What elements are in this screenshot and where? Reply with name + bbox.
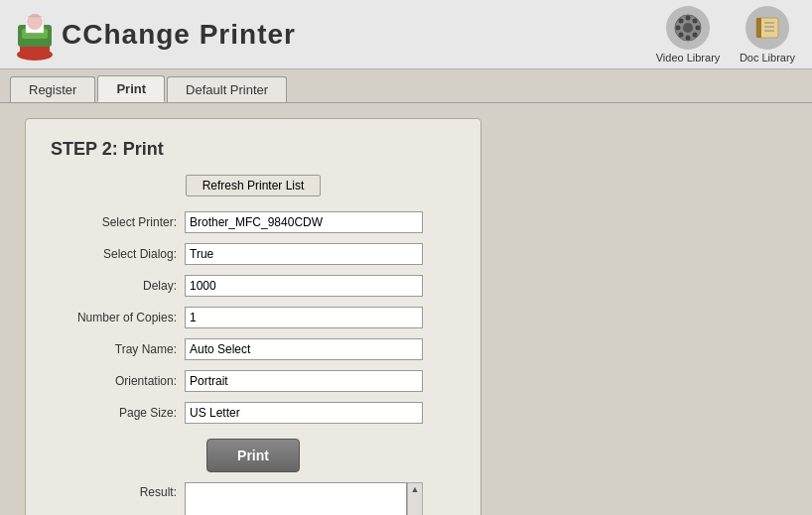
- header: CChange Printer Video Libra: [0, 0, 812, 69]
- logo-area: CChange Printer: [10, 7, 653, 62]
- result-textarea[interactable]: [185, 482, 407, 515]
- select-dialog-label: Select Dialog:: [51, 247, 185, 261]
- select-printer-input[interactable]: [185, 211, 423, 233]
- print-button[interactable]: Print: [206, 439, 300, 472]
- step-title: STEP 2: Print: [51, 139, 456, 160]
- svg-point-15: [679, 32, 684, 37]
- svg-point-8: [686, 15, 691, 20]
- select-printer-label: Select Printer:: [51, 215, 185, 229]
- form-panel: STEP 2: Print Refresh Printer List Selec…: [25, 118, 481, 515]
- tray-input[interactable]: [185, 338, 423, 360]
- tray-row: Tray Name:: [51, 338, 456, 360]
- main-content: STEP 2: Print Refresh Printer List Selec…: [0, 103, 812, 515]
- tab-register[interactable]: Register: [10, 76, 95, 102]
- doc-library-icon: [745, 6, 789, 50]
- logo-icon: [10, 7, 60, 62]
- print-btn-row: Print: [51, 439, 456, 472]
- copies-input[interactable]: [185, 307, 423, 328]
- svg-point-12: [679, 18, 684, 23]
- svg-point-10: [676, 25, 681, 30]
- video-library-button[interactable]: Video Library: [653, 6, 723, 64]
- result-label: Result:: [51, 482, 185, 499]
- select-printer-row: Select Printer:: [51, 211, 456, 233]
- tray-label: Tray Name:: [51, 342, 185, 356]
- orientation-row: Orientation:: [51, 370, 456, 392]
- tab-print[interactable]: Print: [97, 75, 165, 102]
- app-title: CChange Printer: [62, 19, 296, 51]
- delay-input[interactable]: [185, 275, 423, 297]
- doc-library-button[interactable]: Doc Library: [733, 6, 802, 64]
- orientation-input[interactable]: [185, 370, 423, 392]
- app-title-text: Change Printer: [82, 19, 296, 50]
- svg-rect-17: [756, 18, 761, 38]
- video-library-label: Video Library: [656, 52, 721, 64]
- svg-point-9: [686, 35, 691, 40]
- svg-point-11: [696, 25, 701, 30]
- svg-point-14: [693, 18, 698, 23]
- orientation-label: Orientation:: [51, 374, 185, 388]
- refresh-row: Refresh Printer List: [51, 175, 456, 196]
- navbar: Register Print Default Printer: [0, 69, 812, 103]
- page-size-label: Page Size:: [51, 406, 185, 420]
- svg-point-5: [27, 14, 43, 30]
- page-size-input[interactable]: [185, 402, 423, 424]
- result-textarea-wrap: ▲ ▼: [185, 482, 423, 515]
- svg-point-7: [683, 23, 693, 33]
- delay-row: Delay:: [51, 275, 456, 297]
- doc-library-label: Doc Library: [740, 52, 795, 64]
- select-dialog-input[interactable]: [185, 243, 423, 265]
- result-scrollbar[interactable]: ▲ ▼: [407, 482, 423, 515]
- refresh-printer-list-button[interactable]: Refresh Printer List: [186, 175, 322, 196]
- copies-label: Number of Copies:: [51, 311, 185, 324]
- header-icons: Video Library Doc Library: [653, 6, 802, 64]
- svg-point-13: [693, 32, 698, 37]
- select-dialog-row: Select Dialog:: [51, 243, 456, 265]
- video-library-icon: [666, 6, 710, 50]
- page-size-row: Page Size:: [51, 402, 456, 424]
- copies-row: Number of Copies:: [51, 307, 456, 328]
- result-row: Result: ▲ ▼: [51, 482, 456, 515]
- delay-label: Delay:: [51, 279, 185, 293]
- tab-default-printer[interactable]: Default Printer: [167, 76, 287, 102]
- scroll-up-arrow[interactable]: ▲: [410, 483, 421, 495]
